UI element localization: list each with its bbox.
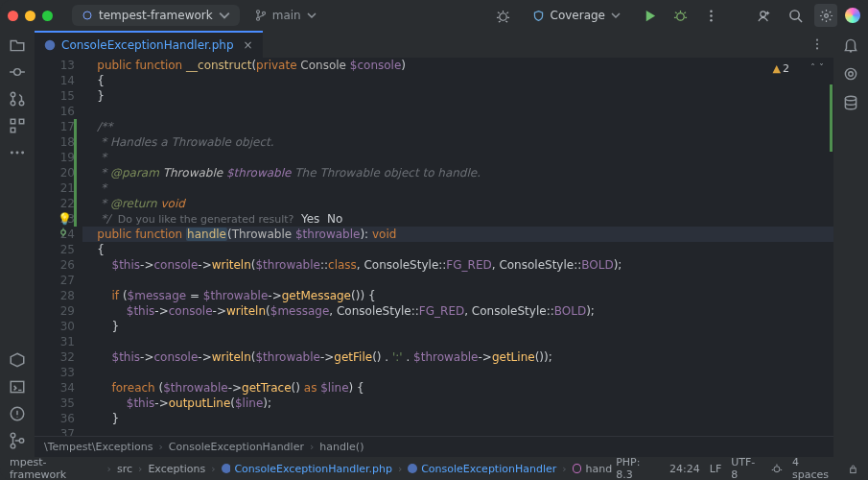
svg-point-2: [256, 17, 259, 20]
branch-selector[interactable]: main: [247, 5, 324, 26]
svg-point-32: [61, 230, 66, 235]
inspection-icon[interactable]: [771, 463, 783, 474]
notifications-button[interactable]: [842, 36, 859, 54]
project-name: tempest-framework: [99, 9, 213, 22]
status-bar: mpest-framework› src› Exceptions› Consol…: [0, 457, 868, 480]
svg-point-33: [845, 68, 856, 79]
svg-point-13: [11, 92, 15, 97]
breadcrumb-path[interactable]: mpest-framework› src› Exceptions› Consol…: [10, 456, 612, 480]
more-actions-button[interactable]: [699, 4, 722, 27]
database-tool-button[interactable]: [842, 94, 859, 111]
svg-rect-16: [11, 119, 15, 124]
project-tool-button[interactable]: [9, 36, 26, 54]
more-tools-button[interactable]: [9, 144, 26, 161]
tab-options-button[interactable]: [801, 31, 833, 58]
search-button[interactable]: [784, 4, 807, 27]
breadcrumb-namespace[interactable]: \Tempest\Exceptions: [44, 441, 152, 453]
terminal-tool-button[interactable]: [9, 378, 26, 396]
titlebar: tempest-framework main Coverage: [0, 0, 868, 31]
php-file-icon: [222, 464, 231, 473]
window-controls: [8, 11, 53, 21]
svg-point-8: [710, 18, 712, 20]
code-editor[interactable]: ▲ 2 ˆˇ 131415161718192021222324252627282…: [35, 58, 833, 436]
editor-area: ConsoleExceptionHandler.php × ▲ 2 ˆˇ 131…: [35, 31, 833, 457]
file-encoding[interactable]: UTF-8: [731, 456, 762, 480]
php-file-icon: [44, 39, 56, 51]
path-seg[interactable]: ConsoleExceptionHandler.php: [234, 463, 392, 475]
svg-point-21: [21, 152, 24, 155]
svg-rect-18: [11, 128, 15, 132]
chevron-down-icon: [611, 11, 621, 20]
svg-point-5: [676, 12, 684, 20]
right-tool-rail: [833, 31, 868, 457]
code-content[interactable]: public function __construct(private Cons…: [82, 58, 833, 436]
path-seg[interactable]: ConsoleExceptionHandler: [421, 463, 556, 475]
svg-point-12: [14, 69, 21, 76]
breadcrumb-class[interactable]: ConsoleExceptionHandler: [169, 441, 304, 453]
path-seg[interactable]: mpest-framework: [10, 456, 102, 480]
account-button[interactable]: [753, 4, 776, 27]
ai-assistant-button[interactable]: [845, 8, 860, 23]
settings-button[interactable]: [814, 4, 837, 27]
editor-breadcrumbs[interactable]: \Tempest\Exceptions › ConsoleExceptionHa…: [35, 436, 833, 457]
debug-button[interactable]: [669, 4, 692, 27]
file-tab[interactable]: ConsoleExceptionHandler.php ×: [35, 31, 263, 58]
debug-bug-button[interactable]: [492, 4, 515, 27]
path-seg[interactable]: src: [117, 463, 132, 475]
pull-requests-button[interactable]: [9, 90, 26, 108]
services-tool-button[interactable]: [9, 351, 26, 369]
svg-point-30: [816, 43, 818, 45]
indent-setting[interactable]: 4 spaces: [792, 456, 838, 480]
gutter-git-icon[interactable]: [58, 227, 69, 242]
svg-point-35: [845, 96, 856, 101]
coverage-dropdown[interactable]: Coverage: [523, 5, 631, 26]
project-selector[interactable]: tempest-framework: [72, 5, 240, 26]
path-seg[interactable]: Exceptions: [148, 463, 205, 475]
coverage-label: Coverage: [551, 9, 606, 22]
class-icon: [408, 464, 417, 473]
svg-point-7: [710, 14, 712, 16]
problems-tool-button[interactable]: [9, 405, 26, 422]
svg-rect-17: [19, 119, 24, 124]
svg-point-36: [222, 464, 231, 473]
svg-rect-23: [11, 381, 24, 392]
path-seg[interactable]: hand: [585, 463, 612, 475]
branch-name: main: [272, 9, 301, 22]
svg-point-14: [11, 101, 15, 106]
svg-point-4: [500, 12, 507, 20]
left-tool-rail: [0, 31, 35, 457]
maximize-window-button[interactable]: [42, 11, 53, 21]
close-window-button[interactable]: [8, 11, 18, 21]
svg-point-3: [262, 12, 265, 14]
structure-tool-button[interactable]: [9, 117, 26, 134]
git-branch-icon: [255, 10, 267, 21]
project-icon: [82, 10, 93, 21]
svg-point-37: [408, 464, 417, 473]
ai-chat-button[interactable]: [842, 65, 859, 83]
svg-marker-22: [11, 353, 24, 367]
svg-point-31: [816, 47, 818, 49]
svg-point-27: [19, 439, 24, 444]
version-control-tool-button[interactable]: [9, 432, 26, 449]
tab-filename: ConsoleExceptionHandler.php: [61, 38, 234, 52]
svg-point-1: [256, 11, 259, 13]
svg-point-34: [849, 72, 854, 77]
close-tab-button[interactable]: ×: [244, 38, 253, 52]
run-button[interactable]: [638, 4, 661, 27]
svg-point-25: [11, 433, 15, 438]
lock-icon[interactable]: [848, 464, 858, 474]
svg-point-0: [83, 12, 91, 19]
line-separator[interactable]: LF: [710, 463, 721, 475]
caret-position[interactable]: 24:24: [669, 463, 700, 475]
svg-point-20: [16, 152, 19, 155]
breadcrumb-method[interactable]: handle(): [319, 441, 364, 453]
svg-point-38: [774, 467, 780, 472]
intention-bulb-icon[interactable]: 💡: [58, 211, 72, 227]
php-version[interactable]: PHP: 8.3: [616, 456, 660, 480]
editor-tabs: ConsoleExceptionHandler.php ×: [35, 31, 833, 58]
gutter: 1314151617181920212223242526272829303132…: [35, 58, 82, 436]
minimize-window-button[interactable]: [25, 11, 35, 21]
commit-tool-button[interactable]: [9, 63, 26, 81]
svg-point-15: [19, 101, 24, 106]
svg-point-10: [789, 10, 798, 18]
